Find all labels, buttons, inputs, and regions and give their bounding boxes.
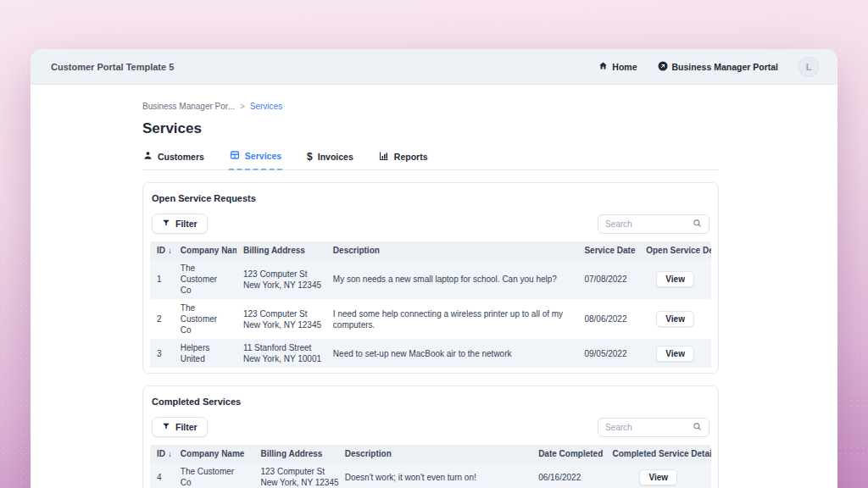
view-button[interactable]: View: [639, 469, 677, 485]
column-header-date-completed: Date Completed: [531, 445, 605, 463]
row-description: My son needs a new small laptop for scho…: [326, 259, 578, 299]
table-icon: [230, 150, 240, 162]
completed-services-table-body: 4 The Customer Co 123 Computer St New Yo…: [150, 463, 711, 488]
row-billing-address: 11 Stanford Street New York, NY 10001: [236, 339, 326, 368]
tab-reports-label: Reports: [394, 152, 428, 162]
sort-desc-icon: ↓: [168, 246, 172, 255]
breadcrumb: Business Manager Por... > Services: [142, 102, 719, 111]
filter-button-label: Filter: [175, 422, 198, 432]
row-id: 4: [150, 463, 174, 488]
home-link-label: Home: [612, 62, 637, 72]
search-box: [598, 214, 709, 234]
row-date: 06/16/2022: [531, 463, 605, 488]
row-billing-address: 123 Computer St New York, NY 12345: [253, 463, 337, 488]
column-header-company: Company Name: [174, 241, 236, 259]
tab-invoices-label: Invoices: [318, 152, 353, 162]
row-description: Doesn't work; it won't even turn on!: [338, 463, 531, 488]
column-header-description: Description: [338, 445, 531, 463]
row-company: The Customer Co: [174, 299, 236, 339]
row-billing-address: 123 Computer St New York, NY 12345: [236, 299, 326, 339]
open-requests-table: ID↓ Company Name Billing Address Descrip…: [150, 241, 711, 368]
view-button[interactable]: View: [656, 311, 694, 327]
row-description: Need to set-up new MacBook air to the ne…: [326, 339, 578, 368]
person-icon: [143, 151, 153, 162]
view-button[interactable]: View: [656, 346, 694, 362]
business-manager-portal-link[interactable]: Business Manager Portal: [658, 61, 778, 73]
search-box: [598, 418, 709, 437]
sort-desc-icon: ↓: [168, 449, 172, 458]
filter-button[interactable]: Filter: [152, 417, 208, 437]
filter-icon: [162, 422, 170, 432]
row-id: 1: [150, 259, 174, 299]
view-button[interactable]: View: [656, 271, 694, 287]
home-link[interactable]: Home: [598, 61, 637, 72]
header-nav: Home Business Manager Portal L: [598, 57, 819, 77]
row-company: The Customer Co: [174, 463, 254, 488]
tab-services[interactable]: Services: [229, 150, 282, 170]
column-header-description: Description: [326, 241, 578, 259]
avatar[interactable]: L: [798, 57, 819, 77]
bar-chart-icon: [379, 151, 389, 163]
table-row: 4 The Customer Co 123 Computer St New Yo…: [150, 463, 711, 488]
portal-icon: [658, 61, 668, 73]
table-header-row: ID↓ Company Name Billing Address Descrip…: [150, 445, 711, 463]
column-header-details: Completed Service Details: [606, 445, 711, 463]
app-header: Customer Portal Template 5 Home Business…: [31, 49, 837, 85]
completed-services-title: Completed Services: [152, 396, 711, 407]
app-title: Customer Portal Template 5: [51, 62, 174, 72]
open-requests-table-body: 1 The Customer Co 123 Computer St New Yo…: [150, 259, 711, 368]
tab-customers-label: Customers: [158, 152, 204, 162]
page-title: Services: [142, 120, 719, 137]
open-requests-title: Open Service Requests: [152, 193, 711, 203]
breadcrumb-current[interactable]: Services: [250, 102, 282, 111]
dollar-icon: $: [307, 152, 313, 161]
row-description: I need some help connecting a wireless p…: [326, 299, 578, 339]
column-header-billing: Billing Address: [253, 445, 337, 463]
app-window: Customer Portal Template 5 Home Business…: [31, 49, 837, 488]
search-input[interactable]: [605, 423, 693, 432]
home-icon: [598, 61, 608, 72]
completed-services-table: ID↓ Company Name Billing Address Descrip…: [150, 445, 711, 488]
column-header-details: Open Service Details: [639, 241, 711, 259]
search-icon: [693, 216, 702, 231]
tab-customers[interactable]: Customers: [142, 150, 205, 169]
open-service-requests-card: Open Service Requests Filter: [142, 182, 719, 374]
table-header-row: ID↓ Company Name Billing Address Descrip…: [150, 241, 711, 259]
row-company: The Customer Co: [174, 259, 236, 299]
row-billing-address: 123 Computer St New York, NY 12345: [236, 259, 326, 299]
page-content: Business Manager Por... > Services Servi…: [31, 85, 726, 488]
filter-button-label: Filter: [175, 219, 198, 229]
breadcrumb-parent[interactable]: Business Manager Por...: [142, 102, 235, 111]
row-id: 2: [150, 299, 174, 339]
row-date: 09/05/2022: [577, 339, 639, 368]
open-requests-toolbar: Filter: [152, 214, 709, 234]
filter-button[interactable]: Filter: [152, 214, 208, 234]
tab-bar: Customers Services $ Invoices Report: [142, 150, 719, 170]
column-header-billing: Billing Address: [236, 241, 326, 259]
tab-services-label: Services: [245, 151, 281, 161]
column-header-id[interactable]: ID↓: [150, 241, 174, 259]
column-header-service-date: Service Date: [577, 241, 639, 259]
search-input[interactable]: [605, 219, 693, 229]
tab-reports[interactable]: Reports: [378, 150, 429, 169]
row-company: Helpers United: [174, 339, 236, 368]
tab-invoices[interactable]: $ Invoices: [306, 150, 354, 169]
row-date: 08/06/2022: [577, 299, 639, 339]
completed-services-card: Completed Services Filter: [142, 385, 719, 488]
table-row: 1 The Customer Co 123 Computer St New Yo…: [150, 259, 711, 299]
table-row: 2 The Customer Co 123 Computer St New Yo…: [150, 299, 711, 339]
completed-services-toolbar: Filter: [152, 417, 709, 437]
breadcrumb-separator: >: [240, 102, 245, 111]
column-header-id[interactable]: ID↓: [150, 445, 174, 463]
search-icon: [693, 419, 702, 435]
portal-link-label: Business Manager Portal: [672, 62, 778, 72]
table-row: 3 Helpers United 11 Stanford Street New …: [150, 339, 711, 368]
row-date: 07/08/2022: [577, 259, 639, 299]
row-id: 3: [150, 339, 174, 368]
filter-icon: [162, 219, 170, 229]
column-header-company: Company Name: [174, 445, 254, 463]
